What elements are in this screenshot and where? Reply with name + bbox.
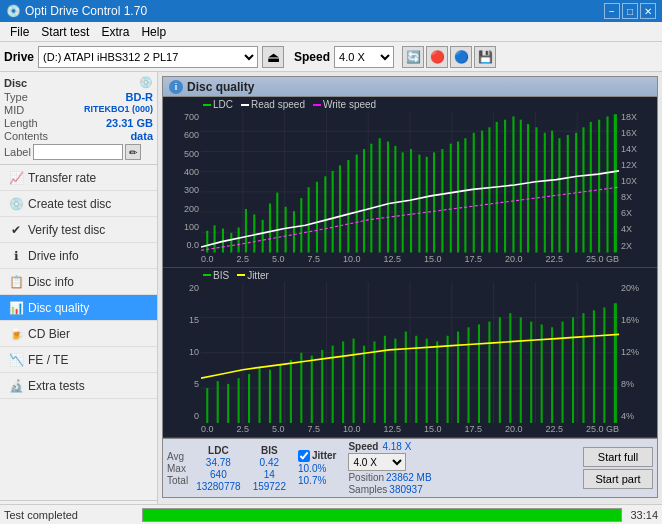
speed-row: Speed 4.18 X <box>348 441 431 452</box>
nav-fe-te[interactable]: 📉 FE / TE <box>0 347 157 373</box>
menu-start-test[interactable]: Start test <box>35 24 95 40</box>
svg-rect-110 <box>478 324 480 423</box>
nav-drive-info[interactable]: ℹ Drive info <box>0 243 157 269</box>
nav-disc-quality-label: Disc quality <box>28 301 89 315</box>
position-value: 23862 MB <box>386 472 432 483</box>
panel-title: Disc quality <box>187 80 254 94</box>
drive-label: Drive <box>4 50 34 64</box>
action-buttons: Start full Start part <box>583 447 653 489</box>
menu-file[interactable]: File <box>4 24 35 40</box>
stats-labels: Avg Max Total <box>167 451 188 486</box>
jitter-header: Jitter <box>312 450 336 461</box>
chart1-svg <box>201 111 619 253</box>
nav-fe-te-label: FE / TE <box>28 353 68 367</box>
speed-label: Speed <box>294 50 330 64</box>
menu-help[interactable]: Help <box>135 24 172 40</box>
ldc-header: LDC <box>208 445 229 456</box>
chart1-y-right: 18X 16X 14X 12X 10X 8X 6X 4X 2X <box>619 113 657 251</box>
status-text: Test completed <box>4 509 134 521</box>
jitter-check[interactable]: Jitter <box>298 450 336 462</box>
svg-rect-41 <box>387 141 389 252</box>
minimize-button[interactable]: − <box>604 3 620 19</box>
write-speed-label: Write speed <box>323 99 376 110</box>
svg-rect-94 <box>311 355 313 423</box>
maximize-button[interactable]: □ <box>622 3 638 19</box>
svg-rect-68 <box>598 120 600 253</box>
main: Disc 💿 Type BD-R MID RITEKBO1 (000) Leng… <box>0 72 662 524</box>
speed-dropdown[interactable]: 4.0 X <box>348 453 406 471</box>
legend-bis: BIS <box>203 270 229 281</box>
toolbar-icons: 🔄 🔴 🔵 💾 <box>402 46 496 68</box>
stats-bis-col: BIS 0.42 14 159722 <box>253 445 286 492</box>
svg-rect-46 <box>426 157 428 253</box>
type-label: Type <box>4 91 28 103</box>
svg-rect-114 <box>520 317 522 423</box>
svg-rect-45 <box>418 155 420 253</box>
legend-write-speed: Write speed <box>313 99 376 110</box>
disc-length-row: Length 23.31 GB <box>4 117 153 129</box>
disc-title: Disc <box>4 77 27 89</box>
speed-select[interactable]: 4.0 X <box>334 46 394 68</box>
label-edit-button[interactable]: ✏ <box>125 144 141 160</box>
disc-header: Disc 💿 <box>4 76 153 89</box>
jitter-checkbox[interactable] <box>298 450 310 462</box>
close-button[interactable]: ✕ <box>640 3 656 19</box>
chart1-area <box>201 111 619 253</box>
total-label: Total <box>167 475 188 486</box>
svg-rect-62 <box>551 131 553 253</box>
svg-rect-87 <box>238 378 240 423</box>
legend-read-speed: Read speed <box>241 99 305 110</box>
legend-ldc: LDC <box>203 99 233 110</box>
main-wrapper: Disc 💿 Type BD-R MID RITEKBO1 (000) Leng… <box>0 72 662 524</box>
svg-rect-118 <box>562 321 564 423</box>
disc-panel: Disc 💿 Type BD-R MID RITEKBO1 (000) Leng… <box>0 72 157 165</box>
drive-select[interactable]: (D:) ATAPI iHBS312 2 PL17 <box>38 46 258 68</box>
toolbar-disc[interactable]: 🔵 <box>450 46 472 68</box>
nav-transfer-rate[interactable]: 📈 Transfer rate <box>0 165 157 191</box>
svg-rect-101 <box>384 335 386 423</box>
nav-disc-quality[interactable]: 📊 Disc quality <box>0 295 157 321</box>
svg-rect-85 <box>217 381 219 423</box>
max-bis: 14 <box>264 469 275 480</box>
contents-value: data <box>130 130 153 142</box>
nav-extra-tests[interactable]: 🔬 Extra tests <box>0 373 157 399</box>
svg-rect-42 <box>394 146 396 253</box>
svg-rect-26 <box>269 204 271 253</box>
max-ldc: 640 <box>210 469 227 480</box>
eject-button[interactable]: ⏏ <box>262 46 284 68</box>
nav-cd-bier-label: CD Bier <box>28 327 70 341</box>
mid-label: MID <box>4 104 24 116</box>
nav-disc-info-label: Disc info <box>28 275 74 289</box>
menubar: File Start test Extra Help <box>0 22 662 42</box>
bis-header: BIS <box>261 445 278 456</box>
svg-rect-70 <box>614 114 617 252</box>
svg-rect-100 <box>373 341 375 423</box>
svg-rect-103 <box>405 331 407 423</box>
svg-rect-93 <box>300 352 302 423</box>
nav-verify-test-disc[interactable]: ✔ Verify test disc <box>0 217 157 243</box>
nav-disc-info[interactable]: 📋 Disc info <box>0 269 157 295</box>
start-part-button[interactable]: Start part <box>583 469 653 489</box>
menu-extra[interactable]: Extra <box>95 24 135 40</box>
svg-rect-69 <box>606 116 608 252</box>
read-speed-color <box>241 104 249 106</box>
nav-create-test-disc[interactable]: 💿 Create test disc <box>0 191 157 217</box>
chart1-x-axis: 0.0 2.5 5.0 7.5 10.0 12.5 15.0 17.5 20.0… <box>201 251 619 267</box>
titlebar-controls: − □ ✕ <box>604 3 656 19</box>
svg-rect-67 <box>590 122 592 253</box>
disc-mid-row: MID RITEKBO1 (000) <box>4 104 153 116</box>
cd-bier-icon: 🍺 <box>8 326 24 342</box>
svg-rect-120 <box>582 313 584 423</box>
toolbar-refresh[interactable]: 🔄 <box>402 46 424 68</box>
toolbar-save[interactable]: 💾 <box>474 46 496 68</box>
chart2-legend: BIS Jitter <box>203 270 269 281</box>
svg-rect-89 <box>258 366 260 423</box>
nav-cd-bier[interactable]: 🍺 CD Bier <box>0 321 157 347</box>
nav-extra-tests-label: Extra tests <box>28 379 85 393</box>
length-label: Length <box>4 117 38 129</box>
toolbar-record[interactable]: 🔴 <box>426 46 448 68</box>
start-full-button[interactable]: Start full <box>583 447 653 467</box>
label-input[interactable] <box>33 144 123 160</box>
app-title: Opti Drive Control 1.70 <box>25 4 147 18</box>
chart-bis: BIS Jitter 20 15 10 <box>163 268 657 439</box>
